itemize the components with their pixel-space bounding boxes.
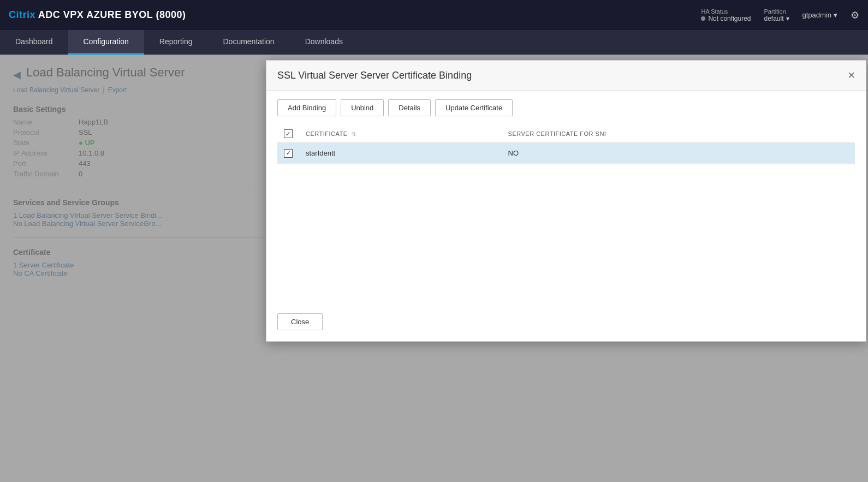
- user-menu[interactable]: gtpadmin ▾: [802, 11, 837, 19]
- brand-text: Citrix ADC VPX AZURE BYOL (8000): [9, 9, 186, 21]
- table-body: starIdentt NO: [277, 143, 855, 164]
- chevron-down-icon: ▾: [786, 15, 789, 22]
- tab-configuration-label: Configuration: [84, 37, 129, 46]
- ha-status-text: Not configured: [708, 15, 751, 22]
- col-sni: SERVER CERTIFICATE FOR SNI: [502, 125, 855, 143]
- main-area: ◀ Load Balancing Virtual Server Load Bal…: [0, 55, 868, 482]
- modal-body: Add Binding Unbind Details Update Certif…: [266, 91, 866, 309]
- unbind-button[interactable]: Unbind: [341, 99, 384, 116]
- row-sni-value: NO: [502, 143, 855, 164]
- col-certificate-label: CERTIFICATE: [306, 130, 348, 137]
- col-sni-label: SERVER CERTIFICATE FOR SNI: [508, 130, 607, 137]
- topbar: Citrix ADC VPX AZURE BYOL (8000) HA Stat…: [0, 0, 868, 30]
- ha-status-label: HA Status: [701, 8, 728, 15]
- col-certificate: CERTIFICATE ⇅: [299, 125, 502, 143]
- table-header: CERTIFICATE ⇅ SERVER CERTIFICATE FOR SNI: [277, 125, 855, 143]
- modal-toolbar: Add Binding Unbind Details Update Certif…: [277, 99, 855, 116]
- product-name: ADC VPX AZURE BYOL (8000): [38, 9, 186, 20]
- tab-reporting[interactable]: Reporting: [144, 30, 208, 55]
- close-button[interactable]: Close: [277, 313, 323, 330]
- tab-dashboard[interactable]: Dashboard: [0, 30, 68, 55]
- ha-dot-icon: [701, 16, 705, 21]
- modal-close-button[interactable]: ×: [848, 69, 855, 81]
- user-chevron-icon: ▾: [834, 11, 837, 19]
- update-certificate-button[interactable]: Update Certificate: [435, 99, 513, 116]
- modal-footer: Close: [266, 309, 866, 341]
- partition-value: default ▾: [764, 15, 789, 22]
- username-label: gtpadmin: [802, 11, 831, 19]
- modal-header: SSL Virtual Server Server Certificate Bi…: [266, 61, 866, 91]
- modal-title: SSL Virtual Server Server Certificate Bi…: [277, 70, 472, 81]
- ha-status: HA Status Not configured: [701, 8, 751, 22]
- tab-configuration[interactable]: Configuration: [68, 30, 144, 55]
- partition-name: default: [764, 15, 783, 22]
- settings-button[interactable]: ⚙: [851, 9, 859, 21]
- tab-downloads[interactable]: Downloads: [290, 30, 358, 55]
- details-button[interactable]: Details: [388, 99, 431, 116]
- add-binding-button[interactable]: Add Binding: [277, 99, 336, 116]
- certificate-table: CERTIFICATE ⇅ SERVER CERTIFICATE FOR SNI: [277, 125, 855, 164]
- tab-documentation-label: Documentation: [223, 37, 274, 46]
- tab-dashboard-label: Dashboard: [15, 37, 53, 46]
- navbar: Dashboard Configuration Reporting Docume…: [0, 30, 868, 55]
- tab-documentation[interactable]: Documentation: [207, 30, 289, 55]
- row-checkbox-cell: [277, 143, 299, 164]
- header-checkbox-col: [277, 125, 299, 143]
- row-checkbox[interactable]: [284, 149, 293, 158]
- tab-reporting-label: Reporting: [159, 37, 193, 46]
- ssl-binding-modal: SSL Virtual Server Server Certificate Bi…: [266, 60, 866, 342]
- ha-status-value: Not configured: [701, 15, 751, 22]
- topbar-right-area: HA Status Not configured Partition defau…: [701, 8, 859, 22]
- row-certificate-value: starIdentt: [299, 143, 502, 164]
- sort-icon: ⇅: [352, 131, 356, 137]
- partition-label: Partition: [764, 8, 786, 15]
- citrix-label: Citrix: [9, 9, 35, 20]
- partition-area[interactable]: Partition default ▾: [764, 8, 789, 22]
- tab-downloads-label: Downloads: [305, 37, 343, 46]
- table-row[interactable]: starIdentt NO: [277, 143, 855, 164]
- select-all-checkbox[interactable]: [284, 129, 293, 138]
- topbar-brand-area: Citrix ADC VPX AZURE BYOL (8000): [9, 9, 186, 21]
